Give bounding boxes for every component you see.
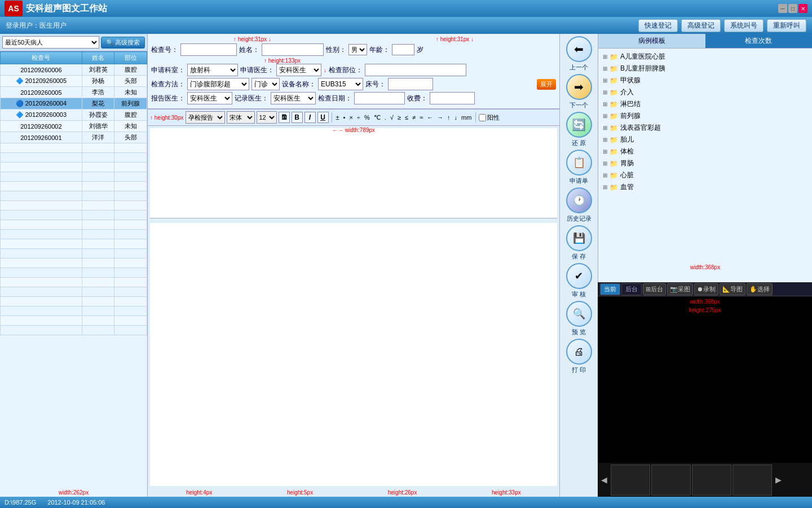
report-doctor-select[interactable]: 安科医生 [187,92,232,104]
symbol-sqrt[interactable]: √ [389,114,395,121]
request-button[interactable]: 📋 申请单 [563,150,595,185]
img-btn-select[interactable]: ✋选择 [747,283,773,295]
positive-checkbox[interactable] [479,114,486,121]
record-doctor-select[interactable]: 安科医生 [271,92,316,104]
tree-expand-icon: ⊞ [603,137,607,143]
table-row[interactable]: 🔵 201209260004 梨花 前列腺 [1,98,147,110]
method-select[interactable]: 门诊腹部彩超 [187,78,249,90]
bold-icon[interactable]: 🖺 [279,112,290,123]
symbol-gte[interactable]: ≥ [396,114,402,121]
tree-item[interactable]: ⊞ 📁 体检 [601,146,810,157]
clinic-select[interactable]: 门诊 [251,78,280,90]
symbol-darr[interactable]: ↓ [453,114,458,121]
age-input[interactable] [392,44,414,55]
device-select[interactable]: EUB315 [318,78,363,90]
table-row[interactable]: 🔷 201209260005 孙杨 头部 [1,76,147,87]
secondary-text-editor[interactable] [150,223,557,486]
thumbnail-4[interactable] [732,465,772,496]
underline-button[interactable]: U [317,112,329,123]
img-btn-guide[interactable]: 📐导图 [720,283,745,295]
symbol-neq[interactable]: ≠ [411,114,417,121]
main-text-editor[interactable] [150,128,557,218]
tree-item[interactable]: ⊞ 📁 B儿童肝胆脾胰 [601,63,810,75]
symbol-bullet[interactable]: • [342,114,347,121]
quick-register-button[interactable]: 快速登记 [638,19,678,32]
tree-item[interactable]: ⊞ 📁 前列腺 [601,110,810,122]
img-btn-backend[interactable]: ⊞后台 [643,283,666,295]
table-row[interactable]: 201209260002 刘德华 未知 [1,121,147,132]
thumb-prev-icon[interactable]: ◀ [599,475,610,484]
bold-button[interactable]: B [292,112,303,123]
thumbnail-3[interactable] [692,465,731,496]
tree-item[interactable]: ⊞ 📁 心脏 [601,169,810,181]
tree-item[interactable]: ⊞ 📁 介入 [601,86,810,98]
symbol-uarr[interactable]: ↑ [446,114,452,121]
symbol-mm[interactable]: mm [460,114,473,121]
gender-select[interactable]: 男女 [348,44,367,55]
font-size-select[interactable]: 12 [257,111,277,124]
tree-item[interactable]: ⊞ 📁 淋巴结 [601,98,810,110]
img-tab-backend[interactable]: 后台 [621,283,642,295]
exam-no-input[interactable] [180,43,237,56]
advanced-register-button[interactable]: 高级登记 [681,19,721,32]
tree-item[interactable]: ⊞ 📁 A儿童医院心脏 [601,51,810,63]
table-row[interactable]: 201209260006 刘君英 腹腔 [1,64,147,76]
expand-button[interactable]: 展开 [537,79,556,90]
dept-select[interactable]: 放射科 [187,64,238,76]
symbol-degree[interactable]: ℃ [373,114,382,121]
symbol-plusminus[interactable]: ± [335,114,341,121]
advanced-search-button[interactable]: 🔍 高级搜索 [101,37,145,49]
save-button[interactable]: 💾 保 存 [563,225,595,261]
img-btn-record[interactable]: ⏺录制 [694,283,718,295]
italic-button[interactable]: I [304,112,316,123]
table-row[interactable]: 201209260001 洋洋 头部 [1,132,147,143]
bed-input[interactable] [388,78,433,90]
symbol-approx[interactable]: ≈ [418,114,424,121]
symbol-dot[interactable]: . [383,114,387,121]
font-family-select[interactable]: 宋体 [227,111,255,124]
maximize-button[interactable]: □ [788,4,797,13]
symbol-rarr[interactable]: → [436,114,444,121]
recall-button[interactable]: 重新呼叫 [767,19,806,32]
apply-doctor-select[interactable]: 安科医生 [276,64,321,76]
symbol-larr[interactable]: ← [426,114,434,121]
close-button[interactable]: ✕ [798,4,807,13]
template-select[interactable]: 孕检报告 [186,111,225,124]
tree-item[interactable]: ⊞ 📁 甲状腺 [601,75,810,86]
minimize-button[interactable]: ─ [778,4,787,13]
symbol-lte[interactable]: ≤ [404,114,409,121]
fee-input[interactable] [430,92,475,104]
thumbnail-2[interactable] [651,465,691,496]
symbol-percent[interactable]: % [363,114,371,121]
print-button[interactable]: 🖨 打 印 [563,339,595,374]
preview-button[interactable]: 🔍 预 览 [563,301,595,336]
name-input[interactable] [262,43,324,56]
history-button[interactable]: 🕐 历史记录 [563,187,595,223]
symbol-div[interactable]: ÷ [356,114,361,121]
img-tab-current[interactable]: 当前 [600,283,620,295]
tree-item[interactable]: ⊞ 📁 胃肠 [601,157,810,169]
audit-button[interactable]: ✔ 审 核 [563,263,595,299]
tree-item[interactable]: ⊞ 📁 血管 [601,181,810,193]
thumb-next-icon[interactable]: ▶ [773,475,784,484]
tree-expand-icon: ⊞ [603,113,607,119]
prev-button[interactable]: ⬅ 上一个 [563,36,595,72]
tree-item[interactable]: ⊞ 📁 浅表器官彩超 [601,122,810,134]
restore-button[interactable]: 🔄 还 原 [563,112,595,147]
table-row[interactable]: 201209260005 李浩 未知 [1,87,147,98]
thumbnail-1[interactable] [611,465,650,496]
exam-body-input[interactable] [365,64,466,76]
exam-date-input[interactable] [354,92,405,104]
table-row-empty [1,249,147,259]
folder-icon: 📁 [610,89,618,97]
img-btn-capture[interactable]: 📷采图 [667,283,693,295]
patient-filter-select[interactable]: 最近50天病人 [2,36,99,49]
tab-exam-count[interactable]: 检查次数 [705,34,813,49]
tab-case-template[interactable]: 病例模板 [598,34,705,49]
system-call-button[interactable]: 系统叫号 [724,19,764,32]
table-row[interactable]: 🔷 201209260003 孙霞姿 腹腔 [1,110,147,121]
user-label: 登录用户：医生用户 [6,21,67,30]
tree-item[interactable]: ⊞ 📁 胎儿 [601,134,810,146]
symbol-times[interactable]: × [348,114,354,121]
next-button[interactable]: ➡ 下一个 [563,74,595,110]
